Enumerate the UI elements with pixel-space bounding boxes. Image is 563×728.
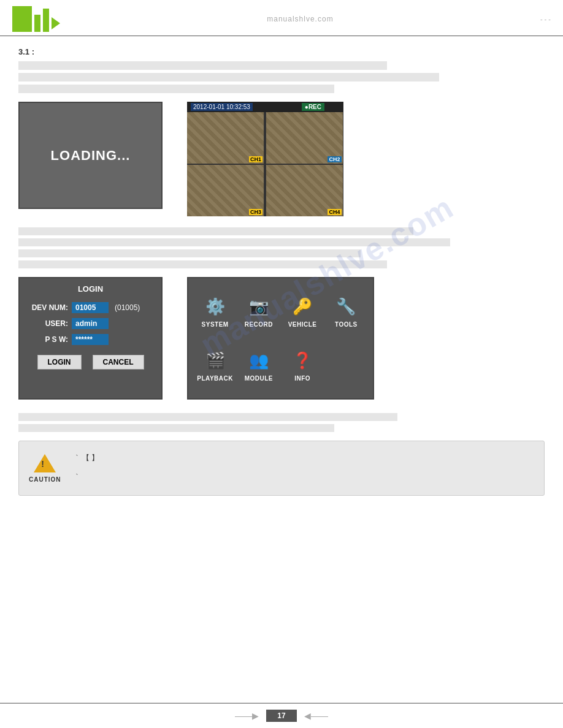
ch1-label: CH1 [249,156,262,162]
devnum-label: DEV NUM: [28,303,68,312]
screenshots-row-2: LOGIN DEV NUM: 01005 (01005) USER: admin… [18,277,545,400]
login-row-user: USER: admin [28,318,153,329]
record-label: RECORD [245,321,273,328]
cancel-button[interactable]: CANCEL [93,355,144,370]
caution-line-1: ` 【 】 [76,452,535,466]
header-right: - - - [540,15,551,23]
footer-right-arrow: ◀—— [304,711,328,721]
info-label: INFO [294,375,310,382]
devnum-value[interactable]: 01005 [72,302,109,313]
menu-item-playback[interactable]: 🎬 PLAYBACK [193,338,237,392]
logo-green-rect [12,6,32,32]
section-title: 3.1 : [18,47,545,56]
tools-label: TOOLS [335,321,358,328]
user-label: USER: [28,319,68,328]
module-icon: 👥 [246,349,272,372]
caution-line-2: ` [76,471,535,485]
vehicle-icon: 🔑 [289,295,315,318]
brand-logo [12,6,60,32]
camera-grid: CH1 CH2 CH3 CH4 [187,112,343,216]
desc-line-1 [18,227,413,235]
desc-line-2 [18,238,450,246]
loading-screen: LOADING... [18,102,163,209]
desc-text-2 [18,413,545,432]
system-icon: ⚙️ [202,295,228,318]
vehicle-label: VEHICLE [288,321,317,328]
psw-label: P S W: [28,335,68,344]
ch2-label: CH2 [327,156,341,162]
caution-tick-2: ` [76,471,79,485]
loading-text: LOADING... [51,148,131,164]
main-menu: ⚙️ SYSTEM 📷 RECORD 🔑 VEHICLE 🔧 TOOLS 🎬 P… [187,277,374,400]
user-value[interactable]: admin [72,318,109,329]
logo-bars [34,6,60,32]
login-row-devnum: DEV NUM: 01005 (01005) [28,302,153,313]
caution-icon-col: CAUTION [19,441,71,495]
menu-item-tools[interactable]: 🔧 TOOLS [324,284,368,338]
page-header: manualshlve.com - - - [0,0,563,36]
camera-rec-badge: ●REC [302,103,324,111]
menu-item-record[interactable]: 📷 RECORD [237,284,280,338]
page-footer: ——▶ 17 ◀—— [0,703,563,728]
intro-line-3 [18,85,334,93]
footer-page-number: 17 [266,710,297,722]
camera-cell-ch4: CH4 [266,165,343,216]
intro-line-2 [18,73,439,82]
record-icon: 📷 [246,295,272,318]
screenshots-row-1: LOADING... 2012-01-01 10:32:53 ●REC CH1 … [18,102,545,216]
info-icon: ❓ [289,349,315,372]
desc-line-3 [18,249,361,257]
header-center: manualshlve.com [267,15,333,23]
login-title: LOGIN [28,284,153,294]
tools-icon: 🔧 [333,295,359,318]
ch4-label: CH4 [327,209,341,215]
menu-item-vehicle[interactable]: 🔑 VEHICLE [281,284,324,338]
ch3-label: CH3 [249,209,262,215]
camera-cell-ch2: CH2 [266,112,343,164]
menu-item-module[interactable]: 👥 MODULE [237,338,280,392]
caution-triangle-icon [34,454,56,472]
psw-value[interactable]: ****** [72,334,109,345]
logo-bar2 [43,9,49,32]
login-button[interactable]: LOGIN [37,355,82,370]
caution-content: ` 【 】 ` [71,441,544,495]
footer-left-arrow: ——▶ [235,711,259,721]
caution-text-1: 【 】 [82,452,99,465]
desc-text-1 [18,227,545,268]
caution-label: CAUTION [29,476,61,483]
login-buttons: LOGIN CANCEL [28,355,153,370]
desc-line-4 [18,260,387,268]
caution-box: CAUTION ` 【 】 ` [18,441,545,496]
playback-label: PLAYBACK [197,375,233,382]
logo-arrow-icon [52,17,60,29]
menu-item-system[interactable]: ⚙️ SYSTEM [193,284,237,338]
desc2-line-2 [18,424,334,432]
logo-bar1 [34,15,40,32]
camera-top-bar: 2012-01-01 10:32:53 ●REC [187,102,343,112]
system-label: SYSTEM [202,321,229,328]
login-screen: LOGIN DEV NUM: 01005 (01005) USER: admin… [18,277,163,400]
login-row-psw: P S W: ****** [28,334,153,345]
intro-text [18,61,545,93]
devnum-extra: (01005) [115,303,140,312]
playback-icon: 🎬 [202,349,228,372]
menu-item-info[interactable]: ❓ INFO [281,338,324,392]
intro-line-1 [18,61,387,70]
camera-cell-ch3: CH3 [187,165,264,216]
module-label: MODULE [245,375,273,382]
page-content: 3.1 : LOADING... 2012-01-01 10:32:53 ●RE… [0,36,563,514]
camera-grid-wrapper: 2012-01-01 10:32:53 ●REC CH1 CH2 CH3 [187,102,343,216]
caution-tick-1: ` [76,452,79,466]
camera-cell-ch1: CH1 [187,112,264,164]
camera-timestamp: 2012-01-01 10:32:53 [191,103,253,111]
desc2-line-1 [18,413,397,421]
